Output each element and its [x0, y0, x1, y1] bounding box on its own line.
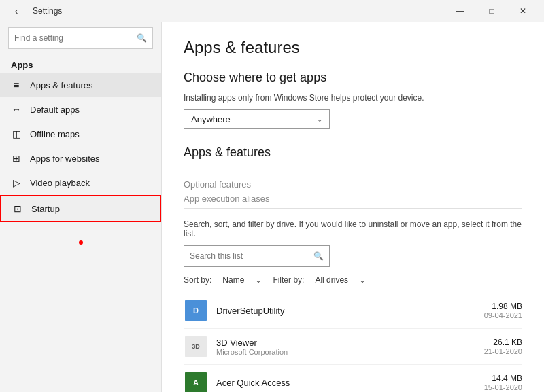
app-info-3d: 3D Viewer Microsoft Corporation — [216, 338, 484, 356]
offline-maps-icon: ◫ — [11, 128, 22, 139]
app-name-driver: DriverSetupUtility — [216, 306, 484, 316]
app-info-acer: Acer Quick Access — [216, 378, 484, 388]
sidebar-item-video-playback-label: Video playback — [30, 178, 90, 188]
apps-features-icon: ≡ — [11, 79, 22, 90]
find-setting-search-icon: 🔍 — [137, 33, 147, 43]
search-apps-icon: 🔍 — [313, 251, 324, 261]
sidebar-item-apps-websites-label: Apps for websites — [30, 154, 100, 164]
sidebar-item-default-apps-label: Default apps — [30, 105, 80, 115]
filter-chevron-icon: ⌄ — [359, 275, 366, 285]
app-icon-acer: A — [184, 370, 208, 392]
filter-desc: Search, sort, and filter by drive. If yo… — [184, 219, 522, 238]
startup-icon: ⊡ — [12, 203, 23, 214]
divider2 — [184, 208, 522, 209]
install-source-dropdown[interactable]: Anywhere ⌄ — [184, 109, 330, 129]
apps-websites-icon: ⊞ — [11, 153, 22, 164]
sidebar-item-startup[interactable]: ⊡ Startup — [0, 195, 161, 222]
find-setting-search[interactable]: 🔍 — [8, 27, 153, 49]
sidebar-item-offline-maps[interactable]: ◫ Offline maps — [0, 122, 161, 146]
app-execution-aliases-link[interactable]: App execution aliases — [184, 194, 522, 204]
app-icon-3d: 3D — [184, 334, 208, 359]
sort-label: Sort by: — [184, 275, 211, 285]
app-meta-acer: 14.4 MB 15-01-2020 — [484, 374, 522, 391]
sidebar: 🔍 Apps ≡ Apps & features ↔ Default apps … — [0, 22, 162, 392]
window-controls: — □ ✕ — [445, 0, 539, 22]
sidebar-item-apps-features[interactable]: ≡ Apps & features — [0, 73, 161, 97]
app-list: D DriverSetupUtility 1.98 MB 09-04-2021 … — [184, 293, 522, 392]
sidebar-item-startup-label: Startup — [31, 204, 60, 214]
app-size-3d: 26.1 KB — [484, 338, 522, 347]
app-publisher-3d: Microsoft Corporation — [216, 348, 484, 356]
default-apps-icon: ↔ — [11, 104, 22, 115]
sidebar-item-video-playback[interactable]: ▷ Video playback — [0, 171, 161, 195]
app-size-driver: 1.98 MB — [484, 302, 522, 311]
app-name-acer: Acer Quick Access — [216, 378, 484, 388]
sort-value[interactable]: Name — [222, 275, 244, 285]
content-area: Apps & features Choose where to get apps… — [162, 22, 544, 392]
choose-section-title: Choose where to get apps — [184, 71, 522, 85]
page-title: Apps & features — [184, 38, 522, 57]
title-bar: ‹ Settings — □ ✕ — [0, 0, 544, 22]
app-date-3d: 21-01-2020 — [484, 347, 522, 355]
sort-filter-bar: Sort by: Name ⌄ Filter by: All drives ⌄ — [184, 275, 522, 285]
close-button[interactable]: ✕ — [507, 0, 539, 22]
install-source-value: Anywhere — [191, 114, 231, 124]
app-info-driver: DriverSetupUtility — [216, 306, 484, 316]
app-name-3d: 3D Viewer — [216, 338, 484, 348]
app-size-acer: 14.4 MB — [484, 374, 522, 383]
minimize-button[interactable]: — — [445, 0, 476, 22]
chevron-down-icon: ⌄ — [317, 115, 322, 123]
back-button[interactable]: ‹ — [5, 0, 27, 22]
choose-section-desc: Installing apps only from Windows Store … — [184, 93, 522, 103]
find-setting-input[interactable] — [14, 33, 137, 43]
app-icon-driver: D — [184, 298, 208, 323]
app-meta-3d: 26.1 KB 21-01-2020 — [484, 338, 522, 355]
divider — [184, 168, 522, 168]
maximize-button[interactable]: □ — [476, 0, 507, 22]
sort-chevron-icon: ⌄ — [255, 275, 262, 285]
filter-value[interactable]: All drives — [315, 275, 348, 285]
list-item[interactable]: A Acer Quick Access 14.4 MB 15-01-2020 — [184, 365, 522, 392]
app-meta-driver: 1.98 MB 09-04-2021 — [484, 302, 522, 319]
sidebar-section-apps: Apps — [0, 54, 161, 73]
filter-label: Filter by: — [273, 275, 304, 285]
app-date-acer: 15-01-2020 — [484, 383, 522, 391]
sidebar-item-apps-websites[interactable]: ⊞ Apps for websites — [0, 146, 161, 171]
sidebar-item-offline-maps-label: Offline maps — [30, 129, 80, 139]
sidebar-item-apps-features-label: Apps & features — [30, 80, 93, 90]
list-item[interactable]: D DriverSetupUtility 1.98 MB 09-04-2021 — [184, 293, 522, 329]
sidebar-item-default-apps[interactable]: ↔ Default apps — [0, 97, 161, 122]
title-bar-label: Settings — [33, 6, 62, 16]
apps-section-title: Apps & features — [184, 145, 522, 160]
optional-features-link[interactable]: Optional features — [184, 179, 522, 190]
app-date-driver: 09-04-2021 — [484, 311, 522, 319]
search-apps-box[interactable]: 🔍 — [184, 245, 330, 267]
video-playback-icon: ▷ — [11, 177, 22, 188]
search-apps-input[interactable] — [190, 251, 313, 261]
main-layout: 🔍 Apps ≡ Apps & features ↔ Default apps … — [0, 22, 544, 392]
list-item[interactable]: 3D 3D Viewer Microsoft Corporation 26.1 … — [184, 329, 522, 365]
